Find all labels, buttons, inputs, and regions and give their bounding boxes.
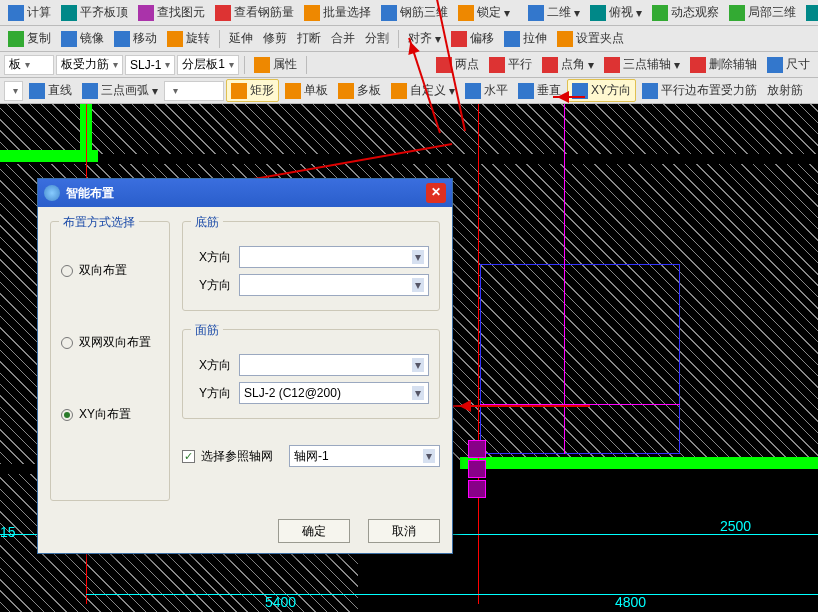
drop-category[interactable]: 板 — [4, 55, 54, 75]
dialog-title: 智能布置 — [66, 185, 114, 202]
btn-3pt-arc[interactable]: 三点画弧▾ — [78, 80, 162, 101]
radio-label: XY向布置 — [79, 406, 131, 423]
drop-more[interactable] — [4, 81, 23, 101]
btn-3pt-axis[interactable]: 三点辅轴▾ — [600, 54, 684, 75]
radio-icon — [61, 265, 73, 277]
btn-pointangle[interactable]: 点角▾ — [538, 54, 598, 75]
annotation-arrow — [553, 96, 585, 98]
btn-move[interactable]: 移动 — [110, 28, 161, 49]
top-rebar-group: 面筋 X方向 Y方向 SLJ-2 (C12@200) — [182, 329, 440, 419]
field-label: Y方向 — [193, 385, 231, 402]
btn-parallel[interactable]: 平行 — [485, 54, 536, 75]
slab-hatch — [0, 104, 818, 154]
drop-layer[interactable]: 分层板1 — [177, 55, 239, 75]
drop-blank[interactable] — [164, 81, 224, 101]
btn-local-3d[interactable]: 局部三维 — [725, 2, 800, 23]
dim-text: 2500 — [720, 518, 751, 534]
cancel-button[interactable]: 取消 — [368, 519, 440, 543]
btn-rotate[interactable]: 旋转 — [163, 28, 214, 49]
group-label: 布置方式选择 — [59, 214, 139, 231]
bottom-y-combo[interactable] — [239, 274, 429, 296]
radio-double-net[interactable]: 双网双向布置 — [61, 334, 159, 351]
drop-code[interactable]: SLJ-1 — [125, 55, 175, 75]
btn-radial[interactable]: 放射筋 — [763, 80, 807, 101]
btn-line[interactable]: 直线 — [25, 80, 76, 101]
checkbox-icon[interactable] — [182, 450, 195, 463]
reference-grid-combo[interactable]: 轴网-1 — [289, 445, 440, 467]
btn-dimension[interactable]: 尺寸 — [763, 54, 814, 75]
grip[interactable] — [468, 460, 486, 478]
close-icon[interactable]: ✕ — [426, 183, 446, 203]
btn-multi-slab[interactable]: 多板 — [334, 80, 385, 101]
btn-break[interactable]: 打断 — [293, 28, 325, 49]
btn-2d[interactable]: 二维▾ — [524, 2, 584, 23]
btn-parallel-edge[interactable]: 平行边布置受力筋 — [638, 80, 761, 101]
btn-topview[interactable]: 俯视▾ — [586, 2, 646, 23]
separator — [244, 56, 245, 74]
radio-label: 双向布置 — [79, 262, 127, 279]
dim-text: 5400 — [265, 594, 296, 610]
btn-full[interactable]: 全 — [802, 2, 818, 23]
radio-bidirectional[interactable]: 双向布置 — [61, 262, 159, 279]
button-row: 确定 取消 — [182, 519, 440, 543]
radio-label: 双网双向布置 — [79, 334, 151, 351]
btn-twopoint[interactable]: 两点 — [432, 54, 483, 75]
btn-trim[interactable]: 修剪 — [259, 28, 291, 49]
radio-xy[interactable]: XY向布置 — [61, 406, 159, 423]
ok-button[interactable]: 确定 — [278, 519, 350, 543]
btn-batch-select[interactable]: 批量选择 — [300, 2, 375, 23]
beam — [0, 150, 98, 162]
btn-mirror[interactable]: 镜像 — [57, 28, 108, 49]
btn-del-axis[interactable]: 删除辅轴 — [686, 54, 761, 75]
btn-xy-direction[interactable]: XY方向 — [567, 79, 636, 102]
btn-copy[interactable]: 复制 — [4, 28, 55, 49]
btn-find[interactable]: 查找图元 — [134, 2, 209, 23]
btn-horizontal[interactable]: 水平 — [461, 80, 512, 101]
dialog-titlebar[interactable]: 智能布置 ✕ — [38, 179, 452, 207]
dim-text: 4800 — [615, 594, 646, 610]
toolbar-row-1: 计算 平齐板顶 查找图元 查看钢筋量 批量选择 钢筋三维 锁定▾ 二维▾ 俯视▾… — [0, 0, 818, 26]
separator — [398, 30, 399, 48]
field-label: X方向 — [193, 249, 231, 266]
btn-property[interactable]: 属性 — [250, 54, 301, 75]
btn-orbit[interactable]: 动态观察 — [648, 2, 723, 23]
btn-grips[interactable]: 设置夹点 — [553, 28, 628, 49]
smart-layout-dialog: 智能布置 ✕ 布置方式选择 双向布置 双网双向布置 XY向布置 底筋 X方向 — [37, 178, 453, 554]
checkbox-label: 选择参照轴网 — [201, 448, 273, 465]
right-column: 底筋 X方向 Y方向 面筋 X方向 Y方向 SLJ-2 (C12 — [182, 221, 440, 543]
separator — [306, 56, 307, 74]
reference-grid-row: 选择参照轴网 轴网-1 — [182, 445, 440, 467]
toolbar-row-3: 板 板受力筋 SLJ-1 分层板1 属性 两点 平行 点角▾ 三点辅轴▾ 删除辅… — [0, 52, 818, 78]
btn-extend[interactable]: 延伸 — [225, 28, 257, 49]
radio-icon — [61, 409, 73, 421]
field-label: X方向 — [193, 357, 231, 374]
slab-outline — [480, 264, 680, 454]
btn-view-rebar[interactable]: 查看钢筋量 — [211, 2, 298, 23]
top-y-combo[interactable]: SLJ-2 (C12@200) — [239, 382, 429, 404]
btn-merge[interactable]: 合并 — [327, 28, 359, 49]
btn-flat-top[interactable]: 平齐板顶 — [57, 2, 132, 23]
dim-line — [86, 594, 818, 595]
group-label: 底筋 — [191, 214, 223, 231]
dim-text: 15 — [0, 524, 16, 540]
grip[interactable] — [468, 480, 486, 498]
axis-line — [564, 104, 565, 454]
btn-stretch[interactable]: 拉伸 — [500, 28, 551, 49]
grid-line — [478, 104, 479, 604]
btn-offset[interactable]: 偏移 — [447, 28, 498, 49]
beam — [460, 457, 818, 469]
bottom-rebar-group: 底筋 X方向 Y方向 — [182, 221, 440, 311]
radio-icon — [61, 337, 73, 349]
btn-split[interactable]: 分割 — [361, 28, 393, 49]
btn-calc[interactable]: 计算 — [4, 2, 55, 23]
annotation-arrow — [455, 405, 590, 407]
drop-sub[interactable]: 板受力筋 — [56, 55, 123, 75]
btn-single-slab[interactable]: 单板 — [281, 80, 332, 101]
bottom-x-combo[interactable] — [239, 246, 429, 268]
btn-rect[interactable]: 矩形 — [226, 79, 279, 102]
group-label: 面筋 — [191, 322, 223, 339]
grip[interactable] — [468, 440, 486, 458]
btn-lock[interactable]: 锁定▾ — [454, 2, 514, 23]
top-x-combo[interactable] — [239, 354, 429, 376]
placement-mode-group: 布置方式选择 双向布置 双网双向布置 XY向布置 — [50, 221, 170, 501]
